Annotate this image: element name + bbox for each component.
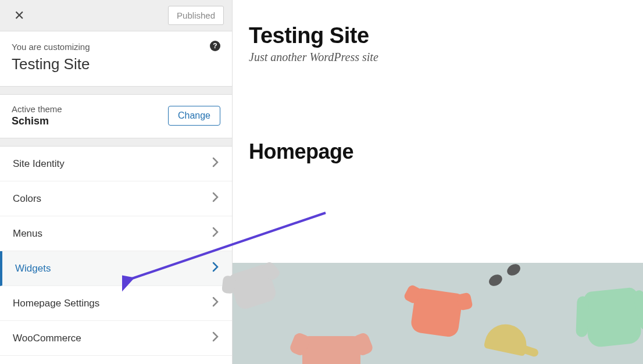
site-tagline: Just another WordPress site <box>249 51 627 64</box>
close-icon[interactable]: ✕ <box>8 5 30 27</box>
section-label: Site Identity <box>13 158 65 170</box>
section-list: Site Identity Colors Menus Widgets Homep… <box>0 147 232 356</box>
help-icon[interactable]: ? <box>210 41 220 51</box>
customizer-topbar: ✕ Published <box>0 0 232 31</box>
product-illustration <box>302 336 360 364</box>
divider <box>0 138 232 147</box>
theme-label: Active theme <box>12 104 62 114</box>
chevron-right-icon <box>212 192 219 205</box>
context-panel: You are customizing Testing Site ? <box>0 31 232 87</box>
section-colors[interactable]: Colors <box>0 181 232 216</box>
theme-panel: Active theme Schism Change <box>0 95 232 138</box>
customizer-sidebar: ✕ Published You are customizing Testing … <box>0 0 233 364</box>
section-woocommerce[interactable]: WooCommerce <box>0 321 232 356</box>
section-label: Colors <box>13 193 41 205</box>
chevron-right-icon <box>212 227 219 240</box>
product-illustration <box>583 287 642 348</box>
chevron-right-icon <box>212 331 219 345</box>
section-homepage-settings[interactable]: Homepage Settings <box>0 286 232 321</box>
chevron-right-icon <box>212 262 219 275</box>
site-title: Testing Site <box>249 23 627 48</box>
change-theme-button[interactable]: Change <box>168 106 220 126</box>
chevron-right-icon <box>212 157 219 170</box>
section-label: Homepage Settings <box>13 298 99 309</box>
section-site-identity[interactable]: Site Identity <box>0 147 232 181</box>
section-label: WooCommerce <box>13 333 81 344</box>
section-widgets[interactable]: Widgets <box>0 251 232 286</box>
page-title: Homepage <box>249 140 627 164</box>
context-title: Testing Site <box>12 55 220 73</box>
context-label: You are customizing <box>12 42 220 52</box>
section-menus[interactable]: Menus <box>0 216 232 251</box>
theme-name: Schism <box>12 115 62 127</box>
product-illustration <box>410 288 463 338</box>
section-label: Widgets <box>15 263 51 274</box>
publish-status-button[interactable]: Published <box>168 6 224 25</box>
chevron-right-icon <box>212 297 219 310</box>
divider <box>0 87 232 95</box>
section-label: Menus <box>13 228 42 240</box>
